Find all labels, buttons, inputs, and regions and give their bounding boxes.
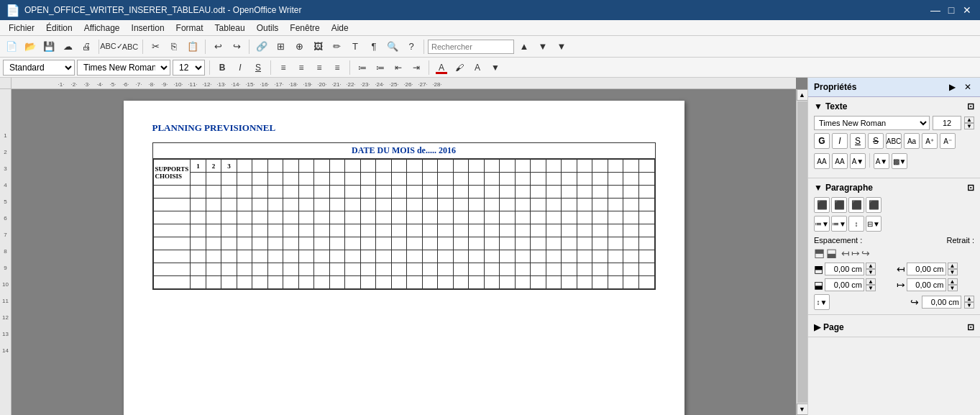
size-up-button[interactable]: ▲ — [964, 117, 974, 123]
page-scroll-area[interactable]: PLANNING PREVISIONNEL DATE DU MOIS de...… — [12, 89, 796, 415]
list-num-prop-button[interactable]: ≔▼ — [831, 216, 847, 232]
print-button[interactable]: 🖨 — [78, 38, 95, 55]
retrait-right-input[interactable] — [907, 278, 946, 291]
prop-highlight-button[interactable]: A▼ — [874, 153, 889, 169]
highlight-button[interactable]: 🖌 — [452, 60, 467, 76]
prop-fontcolor-button[interactable]: A▼ — [850, 153, 866, 169]
menu-aide[interactable]: Aide — [326, 22, 354, 35]
char-style-button[interactable]: A — [470, 60, 485, 76]
prop-large-button[interactable]: A⁺ — [922, 133, 938, 149]
retrait-left-up[interactable]: ▲ — [948, 263, 958, 269]
retrait-first-up[interactable]: ▲ — [964, 296, 974, 302]
retrait-first-input[interactable] — [922, 296, 961, 309]
align-right-prop-button[interactable]: ⬛ — [848, 197, 864, 213]
showformat-button[interactable]: ¶ — [365, 38, 383, 55]
zoom-button[interactable]: 🔍 — [384, 38, 401, 55]
spacing-below-input[interactable] — [825, 278, 864, 291]
search-next-button[interactable]: ▼ — [534, 38, 551, 55]
prop-underline-button[interactable]: S — [850, 133, 866, 149]
linespace-prop-button[interactable]: ↕▼ — [814, 294, 830, 310]
align-justify-prop-button[interactable]: ⬛ — [866, 197, 881, 213]
align-left-button[interactable]: ≡ — [275, 60, 291, 76]
retrait-left-down[interactable]: ▼ — [948, 269, 958, 275]
align-right-button[interactable]: ≡ — [311, 60, 327, 76]
style-select[interactable]: Standard — [3, 60, 75, 76]
page-collapse-icon[interactable]: ▶ — [814, 322, 820, 332]
paste-button[interactable]: 📋 — [184, 38, 201, 55]
border-button[interactable]: ⊟▼ — [866, 216, 881, 232]
prop-font-size[interactable] — [933, 116, 961, 130]
redo-button[interactable]: ↪ — [228, 38, 245, 55]
panel-expand-button[interactable]: ▶ — [945, 81, 958, 94]
text-collapse-icon[interactable]: ▼ — [814, 101, 823, 111]
new-button[interactable]: 📄 — [3, 38, 20, 55]
spacing-above-up[interactable]: ▲ — [866, 263, 876, 269]
menu-affichage[interactable]: Affichage — [78, 22, 126, 35]
prop-font-select[interactable]: Times New Roman — [814, 116, 930, 130]
retrait-left-input[interactable] — [907, 263, 946, 275]
more-button[interactable]: ▼ — [553, 38, 570, 55]
underline-button[interactable]: S — [250, 60, 266, 76]
spell-button[interactable]: ABC✓ — [103, 38, 120, 55]
spacing-above-input[interactable] — [825, 263, 864, 275]
list-number-button[interactable]: ≔ — [372, 60, 388, 76]
scroll-up-button[interactable]: ▲ — [797, 89, 808, 101]
size-down-button[interactable]: ▼ — [964, 123, 974, 129]
insert-button[interactable]: ⊕ — [290, 38, 308, 55]
indent-more-button[interactable]: ⇥ — [408, 60, 424, 76]
bold-button[interactable]: B — [214, 60, 230, 76]
retrait-first-down[interactable]: ▼ — [964, 302, 974, 309]
save-remote-button[interactable]: ☁ — [59, 38, 76, 55]
prop-italic-button[interactable]: I — [832, 133, 848, 149]
undo-button[interactable]: ↩ — [209, 38, 226, 55]
cut-button[interactable]: ✂ — [147, 38, 164, 55]
list-bullet-prop-button[interactable]: ≔▼ — [814, 216, 830, 232]
prop-aa2-button[interactable]: AA — [814, 153, 830, 169]
size-select[interactable]: 12 — [173, 60, 205, 76]
image-button[interactable]: 🖼 — [309, 38, 326, 55]
align-center-button[interactable]: ≡ — [293, 60, 309, 76]
draw-button[interactable]: ✏ — [328, 38, 345, 55]
autocorrect-button[interactable]: ABC — [122, 38, 139, 55]
paragraph-expand-icon[interactable]: ⊡ — [967, 183, 974, 193]
hyperlink-button[interactable]: 🔗 — [253, 38, 270, 55]
align-left-prop-button[interactable]: ⬛ — [814, 197, 830, 213]
text-expand-icon[interactable]: ⊡ — [967, 101, 974, 111]
italic-button[interactable]: I — [232, 60, 248, 76]
font-select[interactable]: Times New Roman — [77, 60, 170, 76]
scroll-thumb[interactable] — [797, 101, 807, 403]
search-prev-button[interactable]: ▲ — [516, 38, 533, 55]
page-expand-icon[interactable]: ⊡ — [967, 322, 974, 332]
paragraph-collapse-icon[interactable]: ▼ — [814, 183, 823, 193]
menu-insertion[interactable]: Insertion — [126, 22, 170, 35]
menu-fichier[interactable]: Fichier — [3, 22, 40, 35]
open-button[interactable]: 📂 — [22, 38, 39, 55]
prop-strikethrough-button[interactable]: S — [868, 133, 884, 149]
prop-bold-button[interactable]: G — [814, 133, 830, 149]
linespace-button[interactable]: ↕ — [848, 216, 864, 232]
minimize-button[interactable]: — — [928, 3, 943, 17]
menu-tableau[interactable]: Tableau — [209, 22, 251, 35]
spacing-below-up[interactable]: ▲ — [866, 278, 876, 285]
indent-less-button[interactable]: ⇤ — [390, 60, 406, 76]
table-button[interactable]: ⊞ — [272, 38, 289, 55]
more-fmt-button[interactable]: ▼ — [487, 60, 503, 76]
list-bullet-button[interactable]: ≔ — [354, 60, 370, 76]
help-button[interactable]: ? — [403, 38, 420, 55]
retrait-right-up[interactable]: ▲ — [948, 278, 958, 285]
search-input[interactable] — [428, 40, 514, 54]
v-scrollbar[interactable]: ▲ ▼ — [796, 89, 807, 415]
prop-small-button[interactable]: A⁻ — [940, 133, 956, 149]
prop-aa-button[interactable]: Aa — [904, 133, 920, 149]
prop-aa3-button[interactable]: AA — [832, 153, 848, 169]
copy-button[interactable]: ⎘ — [165, 38, 183, 55]
align-center-prop-button[interactable]: ⬛ — [831, 197, 847, 213]
spacing-above-down[interactable]: ▼ — [866, 269, 876, 275]
scroll-down-button[interactable]: ▼ — [797, 403, 808, 415]
save-button[interactable]: 💾 — [40, 38, 58, 55]
font-color-button[interactable]: A — [434, 60, 449, 76]
textbox-button[interactable]: T — [347, 38, 364, 55]
menu-outils[interactable]: Outils — [251, 22, 285, 35]
menu-edition[interactable]: Édition — [40, 22, 78, 35]
panel-close-button[interactable]: ✕ — [961, 81, 974, 94]
